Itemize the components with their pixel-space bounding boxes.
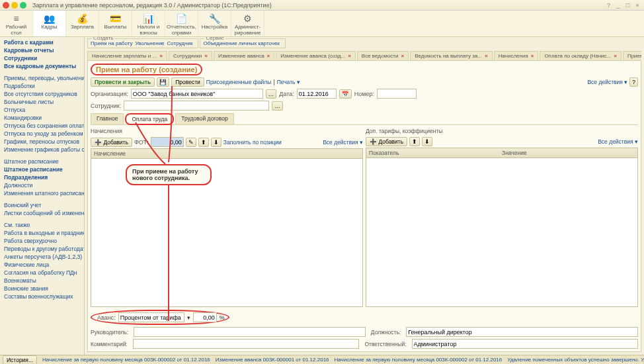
date-picker-icon[interactable]: 📅 xyxy=(339,89,352,99)
sidebar-item[interactable]: Воинские звания xyxy=(0,285,84,293)
close-tab-icon[interactable]: × xyxy=(159,53,163,59)
print-link[interactable]: Печать ▾ xyxy=(277,79,300,85)
avans-value-input[interactable] xyxy=(193,312,217,322)
tab[interactable]: Начисление зарплаты и ...× xyxy=(87,51,167,60)
subtab-main[interactable]: Главное xyxy=(91,113,124,124)
service-link[interactable]: Прием на работу xyxy=(91,40,132,46)
add-row-button-right[interactable]: ➕ Добавить xyxy=(366,137,407,146)
sidebar-item[interactable]: Отпуска xyxy=(0,106,84,114)
status-item[interactable]: Изменение аванса 003К-000001 от 01.12.20… xyxy=(216,357,329,363)
toolbar-Налоги и[interactable]: 📊Налоги ивзносы xyxy=(132,11,165,36)
org-select-icon[interactable]: … xyxy=(266,89,277,99)
sidebar-item[interactable]: Приемы, переводы, увольнения xyxy=(0,74,84,82)
sidebar-item[interactable]: Штатное расписание xyxy=(0,165,84,173)
attached-files-link[interactable]: Присоединенные файлы xyxy=(206,79,271,85)
down-icon[interactable]: ⬇ xyxy=(211,138,221,147)
minimize-window-icon[interactable] xyxy=(11,2,18,9)
sidebar-item[interactable]: Составы военнослужащих xyxy=(0,293,84,300)
coeff-grid[interactable]: Показатель Значение xyxy=(366,148,638,307)
max-icon[interactable]: □ xyxy=(624,2,631,9)
right-all-actions[interactable]: Все действия ▾ xyxy=(598,138,638,145)
sidebar-item[interactable]: Анкеты персучета (АДВ-1,2,3) xyxy=(0,253,84,261)
save-icon[interactable]: 💾 xyxy=(157,77,169,87)
toolbar-Настройка[interactable]: 🔧Настройка xyxy=(198,11,231,36)
status-item[interactable]: Начисление за первую половину месяца 003… xyxy=(335,357,503,363)
subtab-contract[interactable]: Трудовой договор xyxy=(175,113,233,124)
sidebar-item[interactable]: Работа сверхурочно xyxy=(0,237,84,245)
toolbar-Зарплата[interactable]: 💰Зарплата xyxy=(66,11,99,36)
sidebar-item[interactable]: Подработки xyxy=(0,82,84,90)
close-tab-icon[interactable]: × xyxy=(204,53,208,59)
sidebar-item[interactable]: Все кадровые документы xyxy=(0,62,84,70)
sidebar-item[interactable]: Командировки xyxy=(0,114,84,122)
left-all-actions[interactable]: Все действия ▾ xyxy=(323,139,363,146)
dropdown-icon[interactable]: ▾ xyxy=(187,314,190,321)
close-tab-icon[interactable]: × xyxy=(614,53,617,59)
close-icon[interactable]: × xyxy=(633,2,641,9)
toolbar-Админист-[interactable]: ⚙Админист-рирование xyxy=(231,11,264,36)
maximize-window-icon[interactable] xyxy=(20,2,26,9)
up-icon-right[interactable]: ⬆ xyxy=(409,137,420,146)
sidebar-item[interactable]: Сотрудники xyxy=(0,54,84,62)
all-actions-link[interactable]: Все действия ▾ xyxy=(587,79,627,85)
tab[interactable]: Все ведомости× xyxy=(357,51,409,60)
sidebar-item[interactable]: Изменения штатного расписания xyxy=(0,189,84,197)
sidebar-item[interactable]: Переводы к другому работодателю xyxy=(0,245,84,253)
close-tab-icon[interactable]: × xyxy=(348,53,351,59)
toolbar-Кадры[interactable]: 👥Кадры xyxy=(33,11,66,36)
manager-input[interactable] xyxy=(134,327,366,337)
position-input[interactable] xyxy=(406,327,638,337)
responsible-input[interactable] xyxy=(412,339,639,349)
sidebar-item[interactable]: Работа в выходные и праздники xyxy=(0,229,84,237)
status-item[interactable]: Начисление за первую половину месяца 003… xyxy=(42,357,210,363)
sidebar-item[interactable]: Воинский учет xyxy=(0,201,84,209)
tab[interactable]: Начисления× xyxy=(494,51,539,60)
number-input[interactable] xyxy=(377,89,417,99)
sidebar-item[interactable]: Согласия на обработку ПДн xyxy=(0,269,84,277)
sidebar-item[interactable]: Кадровые отчеты xyxy=(0,46,84,54)
edit-icon[interactable]: ✎ xyxy=(186,138,196,147)
sidebar-item[interactable]: Листки сообщений об изменениях xyxy=(0,209,84,217)
help-icon[interactable]: ? xyxy=(629,77,638,87)
tab[interactable]: Приемы на работу, пере...× xyxy=(623,51,641,60)
sidebar-item[interactable]: Графики, переносы отпусков xyxy=(0,138,84,146)
sidebar-item[interactable]: Физические лица xyxy=(0,261,84,269)
sidebar-item[interactable]: См. также xyxy=(0,221,84,229)
date-input[interactable] xyxy=(297,89,337,99)
service-link[interactable]: Объединение личных карточек xyxy=(203,40,279,46)
sidebar-item[interactable]: Все отсутствия сотрудников xyxy=(0,90,84,98)
sidebar-item[interactable]: Военкоматы xyxy=(0,277,84,285)
up-icon[interactable]: ⬆ xyxy=(198,138,209,147)
toolbar-Рабочий[interactable]: ≡Рабочийстол xyxy=(0,11,33,36)
close-tab-icon[interactable]: × xyxy=(267,53,270,59)
tab[interactable]: Оплата по окладу (Начис...× xyxy=(540,51,621,60)
post-button[interactable]: Провести xyxy=(171,77,204,87)
tab[interactable]: Изменение аванса (созд...× xyxy=(276,51,356,60)
comment-input[interactable] xyxy=(133,339,360,349)
min-icon[interactable]: _ xyxy=(614,2,622,9)
close-tab-icon[interactable]: × xyxy=(485,53,488,59)
close-tab-icon[interactable]: × xyxy=(401,53,404,59)
sidebar-item[interactable]: Отпуска без сохранения оплаты xyxy=(0,122,84,130)
toolbar-Выплаты[interactable]: 💳Выплаты xyxy=(99,11,132,36)
close-tab-icon[interactable]: × xyxy=(531,53,534,59)
org-input[interactable] xyxy=(131,89,263,99)
sidebar-item[interactable]: Отпуска по уходу за ребенком xyxy=(0,130,84,138)
close-window-icon[interactable] xyxy=(3,2,9,9)
fot-input[interactable] xyxy=(151,137,184,147)
service-link[interactable]: Увольнение xyxy=(135,40,164,46)
post-and-close-button[interactable]: Провести и закрыть xyxy=(91,77,155,87)
sidebar-item[interactable]: Подразделения xyxy=(0,173,84,181)
service-link[interactable]: Сотрудник xyxy=(167,40,193,46)
avans-mode-select[interactable] xyxy=(118,312,184,322)
employee-select-icon[interactable]: … xyxy=(272,101,283,111)
tab[interactable]: Изменение аванса× xyxy=(214,51,274,60)
employee-input[interactable] xyxy=(124,101,269,111)
status-item[interactable]: Удаление помеченных объектов успешно зав… xyxy=(507,357,644,363)
add-row-button[interactable]: ➕ Добавить xyxy=(91,138,132,147)
sidebar-item[interactable]: Больничные листы xyxy=(0,98,84,106)
toolbar-Отчетность,[interactable]: 📄Отчетность,справки xyxy=(165,11,198,36)
history-button[interactable]: История... xyxy=(3,355,37,365)
sidebar-item[interactable]: Штатное расписание xyxy=(0,158,84,165)
down-icon-right[interactable]: ⬇ xyxy=(422,137,432,146)
